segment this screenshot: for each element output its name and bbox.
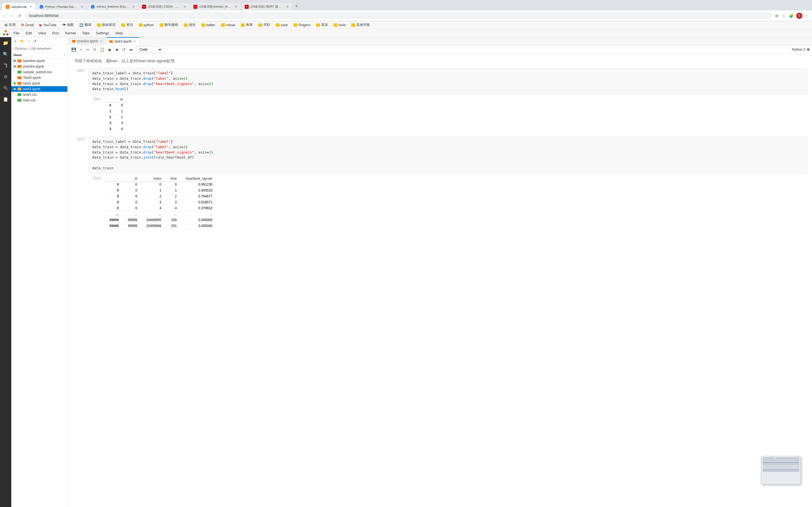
file-item-task2[interactable]: task2.ipynb — [11, 80, 67, 86]
file-item-practice[interactable]: practice.ipynb — [11, 64, 67, 69]
file-item-task3[interactable]: task3.ipynb — [11, 86, 67, 92]
file-item-train[interactable]: train.csv — [11, 98, 67, 103]
cell-type-select[interactable]: Code Markdown Raw — [136, 47, 162, 53]
sidebar-icon-files[interactable]: 📁 — [2, 40, 9, 46]
file-name-sample: sample_submit.csv — [23, 70, 52, 74]
run-cell-button[interactable]: ▶ — [107, 47, 113, 53]
sidebar-icon-git[interactable] — [2, 62, 9, 69]
menu-run[interactable]: Run — [49, 30, 62, 36]
bookmark-other-label: 其他书签 — [356, 22, 370, 27]
menu-help[interactable]: Help — [112, 30, 126, 36]
address-bar-row: ‹ › ↺ ⊞ ☆ 🧩 S ⋮ — [0, 10, 812, 21]
bookmark-youtube[interactable]: ▶ YouTube — [37, 22, 59, 27]
tab-close-extract[interactable]: ✕ — [132, 5, 135, 9]
file-item-task0[interactable]: Task0.ipynb — [11, 75, 67, 80]
restart-button[interactable]: ↺ — [121, 47, 127, 53]
file-icon-testA — [17, 93, 21, 96]
bookmark-virtual[interactable]: virtual — [219, 22, 238, 27]
menu-kernel[interactable]: Kernel — [62, 30, 79, 36]
menu-view[interactable]: View — [35, 30, 49, 36]
bookmark-math[interactable]: 数学建模 — [157, 22, 181, 28]
file-name-testA: testA.csv — [23, 93, 37, 97]
bookmark-report[interactable]: 报告 — [182, 22, 198, 28]
folder-icon-other — [351, 23, 355, 27]
notebook-tab-task3[interactable]: task3.ipynb ✕ — [106, 37, 140, 45]
restart-run-button[interactable]: ⏭ — [128, 47, 135, 53]
menu-file[interactable]: File — [11, 30, 22, 36]
bookmark-python[interactable]: python — [137, 22, 156, 27]
thumbnail-overlay — [761, 456, 801, 485]
refresh-button[interactable]: ↺ — [32, 38, 38, 44]
tab-pandas[interactable]: Python | Pandas DataFrame... ✕ — [36, 3, 87, 10]
menu-tabs[interactable]: Tabs — [79, 30, 93, 36]
file-icon-task3 — [17, 88, 21, 91]
bookmark-star-icon[interactable]: ☆ — [781, 13, 786, 19]
paste-cell-button[interactable]: 📋 — [98, 47, 106, 53]
sidebar-icon-search[interactable]: 🔍 — [2, 51, 9, 57]
sidebar-icon-extensions[interactable]: 🔌 — [2, 84, 9, 91]
tab-close-pandas[interactable]: ✕ — [81, 5, 84, 9]
save-button[interactable]: 💾 — [70, 47, 78, 53]
sidebar-icon-clipboard[interactable]: 📋 — [2, 96, 9, 103]
translate-icon[interactable]: ⊞ — [774, 13, 779, 19]
notebook-tab-practice-close[interactable]: ✕ — [100, 40, 102, 43]
bookmark-other[interactable]: 其他书签 — [349, 22, 372, 28]
bookmark-job[interactable]: 求职 — [256, 22, 272, 28]
menu-edit[interactable]: Edit — [23, 30, 35, 36]
tab-close-jupyterlab[interactable]: ✕ — [29, 5, 32, 9]
menu-icon[interactable]: ⋮ — [804, 13, 810, 19]
new-tab-button[interactable]: + — [293, 2, 300, 10]
cell-30-code[interactable]: data_train_label = data_train["label"] d… — [89, 68, 808, 94]
bookmark-rutgers[interactable]: Rutgers — [291, 22, 313, 27]
bookmark-news[interactable]: 资讯 — [119, 22, 135, 28]
bookmark-twitter[interactable]: twitter — [199, 22, 218, 27]
bookmark-maps[interactable]: 🗺 地图 — [60, 22, 76, 28]
cell-32-code[interactable]: data_train_label = data_train["label"] d… — [89, 136, 808, 173]
notebook-content[interactable]: 写错了哈哈哈哈，都train，以上是对heart beat signal处理 [… — [68, 54, 812, 507]
back-button[interactable]: ‹ — [2, 13, 7, 19]
file-item-baseline[interactable]: baseline.ipynb — [11, 58, 67, 64]
bookmark-broker[interactable]: 券商 — [239, 22, 255, 28]
notebook-tab-task3-close[interactable]: ✕ — [133, 40, 136, 43]
tab-bert[interactable]: C (15条消息) BERT 提取特征（(… ✕ — [241, 3, 292, 10]
new-folder-button[interactable]: 📁 — [18, 38, 26, 44]
extensions-icon[interactable]: 🧩 — [788, 13, 795, 19]
upload-button[interactable]: ↑ — [27, 38, 31, 44]
reload-button[interactable]: ↺ — [16, 13, 23, 19]
file-panel: + 📁 ↑ ↺ / Desktop / 心跳-datawhale / Name … — [11, 37, 68, 507]
address-bar-input[interactable] — [25, 12, 772, 19]
bookmark-tools[interactable]: tools — [331, 22, 348, 27]
file-item-testA[interactable]: testA.csv — [11, 92, 67, 98]
cell-32-output-num: [32]: — [89, 176, 103, 180]
bookmark-gmail[interactable]: M Gmail — [19, 22, 36, 27]
file-dot-baseline — [13, 60, 16, 62]
notebook-tab-practice[interactable]: practice.ipynb ✕ — [69, 38, 106, 45]
file-item-sample[interactable]: sample_submit.csv — [11, 69, 67, 75]
tab-close-csdn1[interactable]: ✕ — [183, 5, 186, 9]
profile-icon[interactable]: S — [796, 13, 802, 19]
folder-icon-case — [276, 23, 280, 27]
bookmark-translate[interactable]: 🔤 翻译 — [77, 22, 94, 28]
tab-csdn2[interactable]: C (15条消息)extract_features-... ✕ — [190, 3, 241, 10]
add-cell-button[interactable]: + — [79, 47, 84, 53]
sidebar-icon-settings[interactable]: ⚙ — [2, 73, 9, 80]
cut-cell-button[interactable]: ✂ — [85, 47, 91, 53]
bookmark-newtab[interactable]: 新标签页 — [95, 22, 118, 28]
output-30-row-4: 4 4 — [105, 126, 128, 132]
bookmark-translate-label: 翻译 — [85, 22, 91, 27]
bookmark-case[interactable]: case — [273, 22, 290, 27]
bookmark-apps[interactable]: ⊞ 应用 — [2, 22, 18, 28]
output-32-row-3: 00330.618571 — [105, 199, 217, 205]
tab-csdn1[interactable]: C (15条消息) CSDN - 专业开发... ✕ — [139, 3, 190, 10]
tab-extract[interactable]: extract_features 在python -... ✕ — [87, 3, 138, 10]
menu-settings[interactable]: Settings — [93, 30, 112, 36]
new-file-button[interactable]: + — [13, 38, 17, 44]
copy-cell-button[interactable]: ⎘ — [92, 47, 97, 53]
forward-button[interactable]: › — [9, 13, 14, 19]
file-dot-practice — [13, 65, 16, 68]
tab-close-bert[interactable]: ✕ — [286, 5, 289, 9]
bookmark-english[interactable]: 英语 — [314, 22, 330, 28]
tab-close-csdn2[interactable]: ✕ — [235, 5, 238, 9]
interrupt-button[interactable]: ■ — [114, 47, 119, 53]
tab-jupyterlab[interactable]: J JupyterLab ✕ — [2, 3, 36, 10]
